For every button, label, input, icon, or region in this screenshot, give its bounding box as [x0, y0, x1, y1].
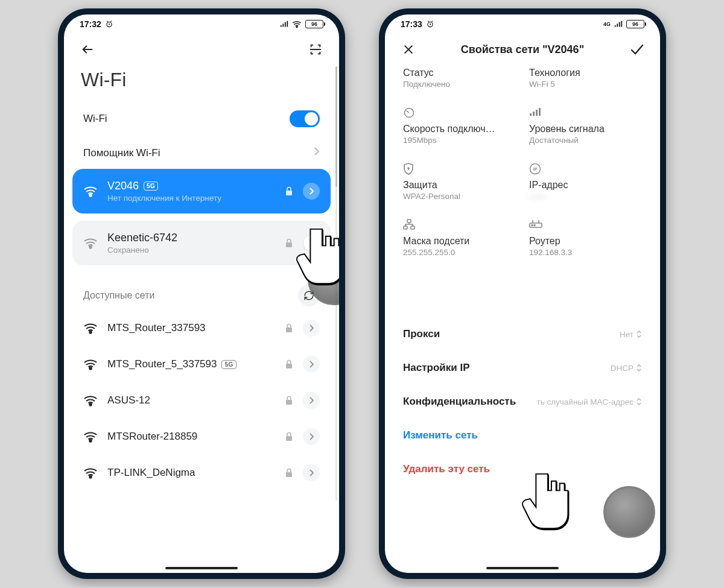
- svg-rect-11: [286, 400, 292, 405]
- router-icon: [529, 219, 542, 229]
- qr-scan-button[interactable]: [305, 39, 326, 60]
- home-indicator[interactable]: [486, 567, 559, 569]
- connected-network-name: V2046: [107, 180, 139, 192]
- page-title: Wi-Fi: [64, 65, 339, 101]
- proxy-setting[interactable]: Прокси Нет: [393, 317, 652, 351]
- lock-icon: [285, 432, 293, 441]
- svg-point-4: [89, 246, 91, 248]
- alarm-icon: [105, 20, 113, 28]
- svg-rect-5: [286, 242, 292, 247]
- close-button[interactable]: [398, 39, 419, 60]
- wifi-icon: [83, 358, 98, 370]
- svg-point-1: [296, 27, 297, 28]
- svg-rect-21: [539, 108, 541, 116]
- gauge-icon: [403, 107, 415, 119]
- svg-point-10: [89, 403, 91, 405]
- ip-icon: IP: [529, 163, 541, 175]
- status-bar: 17:33 4G 96: [385, 14, 660, 34]
- back-button[interactable]: [77, 39, 98, 60]
- shield-icon: [403, 163, 414, 175]
- privacy-setting[interactable]: Конфиденциальность ть случайный MAC-адре…: [393, 385, 652, 419]
- wifi-assistant-label: Помощник Wi-Fi: [83, 147, 314, 159]
- wifi-icon: [83, 322, 98, 334]
- lock-icon: [285, 186, 293, 196]
- svg-point-2: [89, 194, 91, 196]
- svg-rect-19: [533, 112, 535, 116]
- svg-point-29: [532, 225, 533, 226]
- alarm-icon: [426, 20, 434, 28]
- phone-left: 17:32 96 Wi-Fi Wi-Fi: [58, 8, 345, 579]
- connected-network-card[interactable]: V2046 5G Нет подключения к Интернету: [72, 169, 331, 213]
- available-network-row[interactable]: MTSRouter-218859: [72, 419, 331, 455]
- network-details-button[interactable]: [303, 392, 320, 409]
- page-title: Свойства сети "V2046": [419, 43, 626, 56]
- svg-rect-27: [411, 226, 414, 229]
- svg-rect-20: [536, 110, 538, 116]
- signal-icon: [280, 21, 288, 28]
- network-details-button[interactable]: [303, 320, 320, 337]
- detail-speed: Скорость подключ… 195Mbps: [403, 107, 516, 145]
- network-name: TP-LINK_DeNigma: [107, 467, 195, 479]
- ip-settings[interactable]: Настройки IP DHCP: [393, 351, 652, 385]
- svg-rect-3: [286, 191, 292, 195]
- up-down-icon: [636, 397, 642, 406]
- detail-ip: IP IP-адрес ——: [529, 163, 642, 201]
- wifi-toggle[interactable]: [290, 110, 320, 127]
- edit-network-button[interactable]: Изменить сеть: [393, 419, 652, 452]
- detail-security: Защита WPA2-Personal: [403, 163, 516, 201]
- chevron-right-icon: [314, 147, 320, 159]
- wifi-toggle-row[interactable]: Wi-Fi: [72, 101, 331, 137]
- available-networks-header: Доступные сети: [72, 273, 331, 310]
- wifi-icon: [83, 467, 98, 479]
- detail-status: Статус Подключено: [403, 68, 516, 89]
- svg-rect-25: [407, 220, 411, 223]
- battery-indicator: 96: [305, 20, 323, 28]
- connected-network-status: Нет подключения к Интернету: [107, 194, 275, 203]
- network-type-label: 4G: [603, 21, 611, 27]
- status-bar: 17:32 96: [64, 14, 339, 34]
- wifi-assistant-row[interactable]: Помощник Wi-Fi: [72, 137, 331, 169]
- svg-rect-7: [286, 327, 292, 332]
- network-icon: [403, 219, 415, 230]
- up-down-icon: [636, 330, 642, 338]
- detail-technology: Технология Wi-Fi 5: [529, 68, 642, 89]
- wifi-icon: [83, 431, 98, 443]
- svg-point-8: [89, 367, 91, 369]
- network-details-button[interactable]: [303, 235, 320, 251]
- available-network-row[interactable]: MTS_Router_337593: [72, 310, 331, 346]
- signal-bars-icon: [529, 107, 541, 116]
- svg-rect-13: [286, 436, 292, 441]
- available-network-row[interactable]: TP-LINK_DeNigma: [72, 455, 331, 491]
- lock-icon: [285, 359, 293, 369]
- available-network-row[interactable]: ASUS-12: [72, 382, 331, 419]
- svg-point-30: [534, 225, 535, 226]
- lock-icon: [285, 238, 293, 248]
- svg-rect-9: [286, 364, 292, 368]
- wifi-icon: [83, 185, 98, 197]
- network-details-button[interactable]: [303, 464, 320, 481]
- svg-rect-18: [530, 113, 532, 116]
- confirm-button[interactable]: [626, 39, 647, 60]
- wifi-status-icon: [292, 21, 302, 28]
- network-details-button[interactable]: [303, 356, 320, 373]
- delete-network-button[interactable]: Удалить эту сеть: [393, 452, 652, 486]
- phone-right: 17:33 4G 96 Свойства сети "V2046" Статус: [379, 8, 666, 579]
- detail-router: Роутер 192.168.3.3: [529, 219, 642, 257]
- wifi-icon: [83, 394, 98, 406]
- svg-point-22: [408, 168, 409, 169]
- svg-point-14: [89, 476, 91, 478]
- available-networks-label: Доступные сети: [83, 290, 154, 301]
- available-network-row[interactable]: MTS_Router_5_3375935G: [72, 346, 331, 382]
- watermark-avatar: [603, 486, 655, 538]
- saved-network-card[interactable]: Keenetic-6742 Сохранено: [72, 221, 331, 265]
- network-details-button[interactable]: [303, 183, 320, 200]
- battery-indicator: 96: [626, 20, 644, 28]
- network-name: MTSRouter-218859: [107, 431, 197, 443]
- wifi-icon: [83, 237, 98, 249]
- svg-point-6: [89, 331, 91, 333]
- network-details-button[interactable]: [303, 428, 320, 445]
- home-indicator[interactable]: [165, 567, 238, 569]
- app-bar: Свойства сети "V2046": [385, 34, 660, 65]
- svg-point-12: [89, 440, 91, 441]
- svg-rect-26: [404, 226, 407, 229]
